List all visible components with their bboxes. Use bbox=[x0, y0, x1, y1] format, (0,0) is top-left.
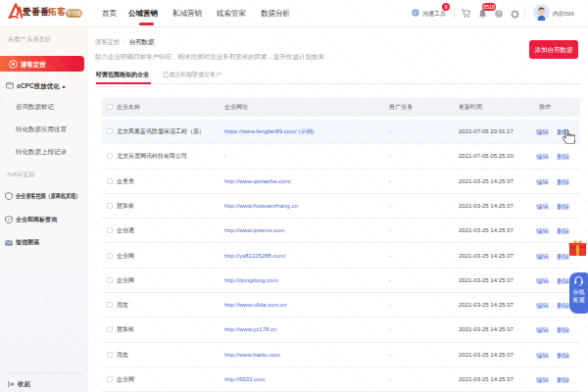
svg-text:?: ? bbox=[497, 11, 500, 17]
